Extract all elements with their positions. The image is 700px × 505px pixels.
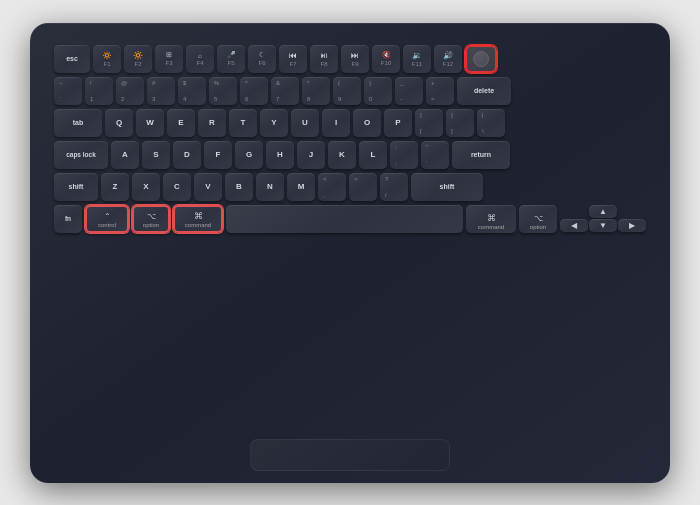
- key-q[interactable]: Q: [105, 109, 133, 137]
- key-a[interactable]: A: [111, 141, 139, 169]
- key-c[interactable]: C: [163, 173, 191, 201]
- key-s[interactable]: S: [142, 141, 170, 169]
- qwerty-row: tab Q W E R T Y U I O P { [ } ] | \: [54, 109, 646, 137]
- key-power[interactable]: [465, 45, 497, 73]
- key-9[interactable]: ( 9: [333, 77, 361, 105]
- key-option-left[interactable]: ⌥ option: [132, 205, 170, 233]
- key-quote[interactable]: " ': [421, 141, 449, 169]
- key-f[interactable]: F: [204, 141, 232, 169]
- key-2[interactable]: @ 2: [116, 77, 144, 105]
- key-f8[interactable]: ⏯ F8: [310, 45, 338, 73]
- key-slash[interactable]: ? /: [380, 173, 408, 201]
- key-esc[interactable]: esc: [54, 45, 90, 73]
- key-6[interactable]: ^ 6: [240, 77, 268, 105]
- key-i[interactable]: I: [322, 109, 350, 137]
- key-space[interactable]: [226, 205, 463, 233]
- key-arrow-up[interactable]: ▲: [589, 205, 617, 218]
- key-v[interactable]: V: [194, 173, 222, 201]
- number-row: ~ ` ! 1 @ 2 # 3 $ 4 % 5: [54, 77, 646, 105]
- key-command-left[interactable]: ⌘ command: [173, 205, 223, 233]
- zxcv-row: shift Z X C V B N M < , > . ? / shift: [54, 173, 646, 201]
- key-3[interactable]: # 3: [147, 77, 175, 105]
- key-backtick[interactable]: ~ `: [54, 77, 82, 105]
- key-control[interactable]: ⌃ control: [85, 205, 129, 233]
- key-l[interactable]: L: [359, 141, 387, 169]
- key-fn[interactable]: fn: [54, 205, 82, 233]
- fn-row: esc 🔅 F1 🔆 F2 ⊞ F3 ⌕ F4 🎤 F5: [54, 45, 646, 73]
- key-delete[interactable]: delete: [457, 77, 511, 105]
- keyboard-area: esc 🔅 F1 🔆 F2 ⊞ F3 ⌕ F4 🎤 F5: [54, 45, 646, 423]
- trackpad[interactable]: [250, 439, 450, 471]
- key-h[interactable]: H: [266, 141, 294, 169]
- key-g[interactable]: G: [235, 141, 263, 169]
- key-arrow-right[interactable]: ▶: [618, 219, 646, 232]
- key-option-right[interactable]: ⌥ option: [519, 205, 557, 233]
- key-period[interactable]: > .: [349, 173, 377, 201]
- arrow-keys: ▲ ◀ ▼ ▶: [560, 205, 646, 232]
- key-y[interactable]: Y: [260, 109, 288, 137]
- asdf-row: caps lock A S D F G H J K L : ; " ' retu…: [54, 141, 646, 169]
- key-f7[interactable]: ⏮ F7: [279, 45, 307, 73]
- key-backslash[interactable]: | \: [477, 109, 505, 137]
- key-p[interactable]: P: [384, 109, 412, 137]
- key-8[interactable]: * 8: [302, 77, 330, 105]
- key-j[interactable]: J: [297, 141, 325, 169]
- key-f2[interactable]: 🔆 F2: [124, 45, 152, 73]
- key-n[interactable]: N: [256, 173, 284, 201]
- key-f9[interactable]: ⏭ F9: [341, 45, 369, 73]
- key-comma[interactable]: < ,: [318, 173, 346, 201]
- key-b[interactable]: B: [225, 173, 253, 201]
- key-command-right[interactable]: ⌘ command: [466, 205, 516, 233]
- key-7[interactable]: & 7: [271, 77, 299, 105]
- laptop-body: esc 🔅 F1 🔆 F2 ⊞ F3 ⌕ F4 🎤 F5: [30, 23, 670, 483]
- key-minus[interactable]: _ -: [395, 77, 423, 105]
- key-rbracket[interactable]: } ]: [446, 109, 474, 137]
- key-tab[interactable]: tab: [54, 109, 102, 137]
- key-e[interactable]: E: [167, 109, 195, 137]
- key-f5[interactable]: 🎤 F5: [217, 45, 245, 73]
- key-1[interactable]: ! 1: [85, 77, 113, 105]
- key-semicolon[interactable]: : ;: [390, 141, 418, 169]
- key-equals[interactable]: + =: [426, 77, 454, 105]
- key-5[interactable]: % 5: [209, 77, 237, 105]
- key-o[interactable]: O: [353, 109, 381, 137]
- key-caps-lock[interactable]: caps lock: [54, 141, 108, 169]
- key-lbracket[interactable]: { [: [415, 109, 443, 137]
- key-f10[interactable]: 🔇 F10: [372, 45, 400, 73]
- key-u[interactable]: U: [291, 109, 319, 137]
- key-f12[interactable]: 🔊 F12: [434, 45, 462, 73]
- bottom-row: fn ⌃ control ⌥ option ⌘ command ⌘ comman…: [54, 205, 646, 233]
- key-f1[interactable]: 🔅 F1: [93, 45, 121, 73]
- key-arrow-left[interactable]: ◀: [560, 219, 588, 232]
- key-return[interactable]: return: [452, 141, 510, 169]
- key-4[interactable]: $ 4: [178, 77, 206, 105]
- key-f3[interactable]: ⊞ F3: [155, 45, 183, 73]
- key-f4[interactable]: ⌕ F4: [186, 45, 214, 73]
- key-r[interactable]: R: [198, 109, 226, 137]
- key-k[interactable]: K: [328, 141, 356, 169]
- key-d[interactable]: D: [173, 141, 201, 169]
- key-0[interactable]: ) 0: [364, 77, 392, 105]
- key-f6[interactable]: ☾ F6: [248, 45, 276, 73]
- key-t[interactable]: T: [229, 109, 257, 137]
- key-shift-right[interactable]: shift: [411, 173, 483, 201]
- key-z[interactable]: Z: [101, 173, 129, 201]
- key-w[interactable]: W: [136, 109, 164, 137]
- key-m[interactable]: M: [287, 173, 315, 201]
- key-x[interactable]: X: [132, 173, 160, 201]
- key-f11[interactable]: 🔉 F11: [403, 45, 431, 73]
- key-shift-left[interactable]: shift: [54, 173, 98, 201]
- key-arrow-down[interactable]: ▼: [589, 219, 617, 232]
